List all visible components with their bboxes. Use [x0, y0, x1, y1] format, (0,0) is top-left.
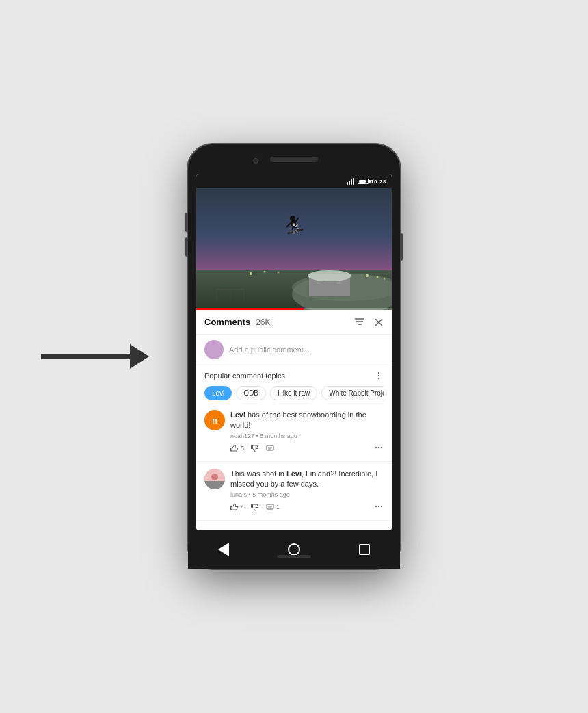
video-scene: [196, 188, 392, 310]
svg-line-27: [296, 231, 297, 232]
svg-line-29: [291, 231, 292, 232]
topic-chip-odb[interactable]: ODB: [236, 386, 266, 400]
dislike-button-2[interactable]: [251, 503, 259, 511]
comment-item-1: n Levi has of the best snowboarding in t…: [196, 403, 392, 462]
video-progress-bar[interactable]: [196, 308, 392, 310]
popular-topics-header: Popular comment topics: [204, 371, 384, 380]
topic-chip-ilikeitraw[interactable]: I like it raw: [270, 386, 317, 400]
video-player[interactable]: [196, 188, 392, 310]
phone-body: 10:28: [188, 144, 400, 569]
like-icon-2: [230, 503, 239, 511]
svg-point-15: [377, 276, 379, 278]
svg-point-16: [384, 278, 386, 280]
power-button: [400, 233, 403, 261]
comments-actions: [353, 317, 384, 327]
svg-rect-42: [267, 445, 273, 450]
dislike-icon-2: [251, 503, 259, 511]
comments-panel: Comments 26K: [196, 310, 392, 521]
svg-point-45: [375, 447, 377, 448]
topic-chip-levi[interactable]: Levi: [204, 386, 232, 400]
svg-point-39: [378, 378, 379, 379]
topic-chip-whiterabbit[interactable]: White Rabbit Project: [321, 386, 384, 400]
dislike-icon-1: [251, 444, 259, 452]
comment-actions-2: 4: [230, 502, 384, 513]
svg-point-14: [366, 274, 369, 277]
comment-text-1: Levi has of the best snowboarding in the…: [230, 410, 384, 431]
comments-header: Comments 26K: [196, 310, 392, 335]
bottom-nav: [188, 530, 400, 569]
reply-icon-2: [266, 503, 274, 511]
svg-point-37: [378, 372, 379, 374]
comment-meta-2: luna s • 5 months ago: [230, 491, 384, 498]
comment-top-2: This was shot in Levi, Finland?! Incredi…: [204, 469, 384, 513]
popular-topics: Popular comment topics Levi ODB I like i…: [196, 365, 392, 403]
svg-point-58: [381, 505, 382, 506]
like-icon-1: [230, 444, 239, 452]
nav-recent-button[interactable]: [356, 541, 373, 558]
video-progress-fill: [196, 308, 304, 310]
like-button-2[interactable]: 4: [230, 503, 244, 511]
arrow-shaft: [41, 354, 130, 359]
comment-avatar-1: n: [204, 410, 225, 430]
back-icon: [218, 543, 229, 556]
like-count-1: 5: [241, 445, 244, 452]
more-options-icon[interactable]: [374, 371, 384, 380]
close-icon[interactable]: [374, 317, 384, 327]
like-count-2: 4: [241, 504, 244, 510]
svg-point-56: [375, 505, 377, 506]
svg-point-49: [211, 474, 218, 480]
phone: 10:28: [188, 144, 400, 569]
reply-count-2: 1: [276, 504, 280, 510]
svg-point-38: [378, 375, 379, 376]
svg-rect-53: [267, 504, 273, 509]
svg-point-47: [381, 447, 382, 448]
comment-more-2[interactable]: [374, 502, 384, 513]
svg-line-31: [291, 225, 292, 226]
phone-camera: [253, 158, 258, 164]
comment-more-1[interactable]: [374, 443, 384, 454]
topics-chips: Levi ODB I like it raw White Rabbit Proj…: [204, 386, 384, 400]
home-icon: [288, 543, 300, 556]
filter-icon[interactable]: [353, 317, 366, 327]
comment-body-1: Levi has of the best snowboarding in the…: [230, 410, 384, 454]
phone-speaker: [270, 157, 318, 162]
comments-count: 26K: [256, 317, 270, 327]
phone-screen: 10:28: [196, 174, 392, 530]
arrow-head: [130, 344, 149, 369]
arrow-container: [41, 344, 149, 369]
status-bar: 10:28: [196, 174, 392, 188]
reply-button-1[interactable]: [266, 444, 274, 452]
like-button-1[interactable]: 5: [230, 444, 244, 452]
reply-icon-1: [266, 444, 274, 452]
comment-item-2: This was shot in Levi, Finland?! Incredi…: [196, 462, 392, 521]
svg-point-13: [278, 272, 280, 274]
svg-point-50: [209, 482, 221, 489]
user-avatar: [204, 340, 224, 359]
add-comment-row: Add a public comment...: [196, 335, 392, 365]
comment-body-2: This was shot in Levi, Finland?! Incredi…: [230, 469, 384, 513]
status-time: 10:28: [371, 179, 386, 185]
add-comment-input[interactable]: Add a public comment...: [229, 346, 384, 354]
comment-meta-1: noah127 • 5 months ago: [230, 432, 384, 439]
battery-icon: [358, 179, 369, 184]
comments-title: Comments: [204, 317, 250, 327]
svg-point-57: [378, 505, 379, 506]
comment-text-2: This was shot in Levi, Finland?! Incredi…: [230, 469, 384, 490]
svg-point-6: [308, 270, 351, 281]
svg-point-12: [264, 271, 266, 273]
nav-back-button[interactable]: [215, 541, 232, 558]
svg-line-25: [296, 225, 297, 226]
volume-down-button: [185, 237, 188, 257]
fingerprint-sensor: [277, 555, 311, 558]
recent-icon: [359, 544, 370, 555]
comment-avatar-2: [204, 469, 225, 489]
dislike-button-1[interactable]: [251, 444, 259, 452]
svg-point-11: [250, 272, 252, 275]
comment-top-1: n Levi has of the best snowboarding in t…: [204, 410, 384, 454]
volume-up-button: [185, 213, 188, 232]
svg-point-46: [378, 447, 379, 448]
popular-topics-title: Popular comment topics: [204, 372, 285, 380]
loading-spinner: [288, 222, 300, 235]
reply-button-2[interactable]: 1: [266, 503, 280, 511]
signal-icon: [347, 178, 354, 185]
